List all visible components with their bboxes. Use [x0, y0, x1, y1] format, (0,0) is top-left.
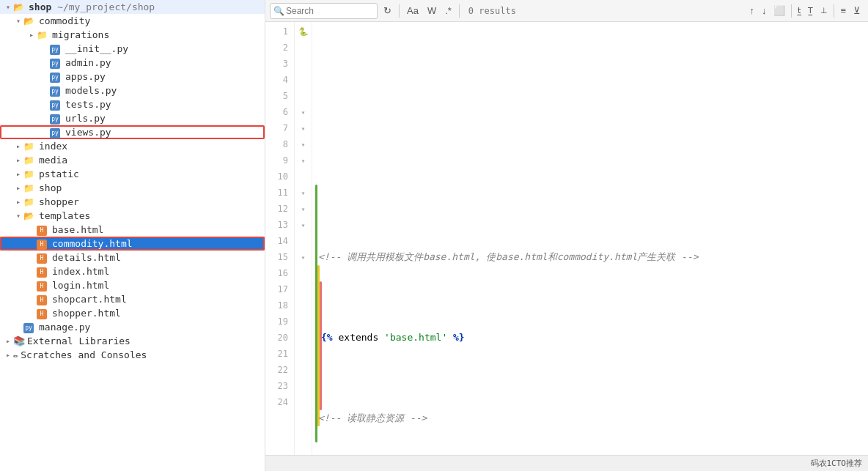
- next-result-btn[interactable]: ↓: [759, 4, 770, 18]
- code-area[interactable]: 1 2 3 4 5 6 7 8 9 10 11 12 13 14 15 16 1…: [265, 22, 868, 455]
- sidebar-item-urls[interactable]: py urls.py: [0, 111, 265, 125]
- gutter-10: [295, 168, 312, 185]
- sidebar-item-models[interactable]: py models.py: [0, 84, 265, 97]
- sidebar-item-media[interactable]: media: [0, 153, 265, 167]
- sidebar-item-shopcart-html[interactable]: H shopcart.html: [0, 292, 265, 306]
- pstatic-label: pstatic: [39, 168, 79, 179]
- media-icon: [23, 155, 37, 166]
- root-arrow: [3, 3, 13, 11]
- open-in-window-btn[interactable]: ⬜: [770, 4, 788, 18]
- fold-15[interactable]: ▾: [301, 253, 305, 262]
- shopcart-html-icon: H: [37, 294, 50, 305]
- migrations-icon: [37, 30, 50, 40]
- sidebar-item-apps[interactable]: py apps.py: [0, 70, 265, 84]
- filter-btn[interactable]: ⊻: [850, 4, 864, 18]
- index-html-label: index.html: [52, 266, 109, 277]
- code-gutter: 🐍 ▾ ▾ ▾ ▾ ▾ ▾ ▾ ▾: [295, 22, 312, 455]
- sidebar-item-ext-lib[interactable]: 📚 External Libraries: [0, 334, 265, 348]
- gutter-17: [295, 281, 312, 297]
- fold-9[interactable]: ▾: [301, 157, 305, 165]
- sidebar-item-pstatic[interactable]: pstatic: [0, 167, 265, 181]
- commodity-label: commodity: [39, 15, 90, 26]
- fold-6[interactable]: ▾: [301, 108, 305, 116]
- sidebar-item-details-html[interactable]: H details.html: [0, 251, 265, 264]
- word-btn[interactable]: W: [424, 4, 439, 18]
- gutter-23: [295, 378, 312, 394]
- index-icon: [23, 141, 37, 152]
- toolbar-sep-3: [791, 4, 792, 18]
- sidebar-item-views[interactable]: py views.py: [0, 125, 265, 139]
- shopper-label: shopper: [39, 196, 79, 207]
- sidebar-item-shopper-html[interactable]: H shopper.html: [0, 306, 265, 320]
- sidebar-item-shop[interactable]: shop: [0, 181, 265, 195]
- sidebar-item-init[interactable]: py __init__.py: [0, 42, 265, 56]
- root-folder[interactable]: shop ~/my_project/shop: [0, 0, 265, 14]
- gutter-1: 🐍: [295, 23, 312, 40]
- tests-icon: py: [50, 100, 63, 110]
- models-label: models.py: [65, 85, 117, 96]
- search-box[interactable]: 🔍: [270, 3, 378, 19]
- layout-btn[interactable]: ≡: [837, 4, 849, 18]
- refresh-button[interactable]: ↻: [380, 4, 394, 18]
- gutter-13: ▾: [295, 217, 312, 233]
- statusbar-text: 码农1CTO推荐: [811, 458, 863, 469]
- line-numbers: 1 2 3 4 5 6 7 8 9 10 11 12 13 14 15 16 1…: [265, 22, 295, 455]
- fold-7[interactable]: ▾: [301, 125, 305, 133]
- gutter-11: ▾: [295, 185, 312, 201]
- scratches-icon: ✏️: [13, 350, 18, 360]
- sidebar-item-manage[interactable]: py manage.py: [0, 320, 265, 334]
- login-html-icon: H: [37, 281, 50, 291]
- base-html-icon: H: [37, 225, 50, 235]
- gutter-9: ▾: [295, 152, 312, 168]
- index-html-icon: H: [37, 267, 50, 277]
- sidebar-item-login-html[interactable]: H login.html: [0, 278, 265, 292]
- sidebar-item-shopper[interactable]: shopper: [0, 195, 265, 209]
- sidebar-item-migrations[interactable]: migrations: [0, 28, 265, 42]
- ext-lib-label: External Libraries: [27, 335, 130, 346]
- sidebar-item-commodity[interactable]: commodity: [0, 14, 265, 28]
- base-html-label: base.html: [52, 224, 103, 235]
- toolbar-sep-4: [834, 4, 834, 18]
- shop-icon: [23, 183, 37, 193]
- code-content[interactable]: <!-- 调用共用模板文件base.html, 使base.html和commo…: [312, 22, 868, 455]
- sidebar-item-tests[interactable]: py tests.py: [0, 97, 265, 111]
- gutter-21: [295, 346, 312, 362]
- search-input[interactable]: [286, 6, 374, 16]
- sidebar-item-admin[interactable]: py admin.py: [0, 56, 265, 70]
- match-word-btn[interactable]: T̲: [805, 4, 816, 17]
- templates-arrow: [13, 212, 23, 220]
- ext-lib-icon: 📚: [13, 335, 25, 346]
- prev-result-btn[interactable]: ↑: [746, 4, 757, 18]
- regex-btn[interactable]: .*: [442, 4, 455, 18]
- scratches-arrow: [3, 351, 13, 359]
- shopper-arrow: [13, 198, 23, 206]
- manage-label: manage.py: [39, 322, 90, 333]
- index-label: index: [39, 141, 67, 152]
- match-case-btn[interactable]: t̲: [795, 4, 803, 17]
- sidebar-item-templates[interactable]: templates: [0, 209, 265, 223]
- toolbar-sep-1: [399, 4, 400, 18]
- fold-11[interactable]: ▾: [301, 189, 305, 197]
- sidebar-item-index-html[interactable]: H index.html: [0, 264, 265, 278]
- gutter-22: [295, 362, 312, 378]
- templates-label: templates: [39, 210, 90, 221]
- commodity-html-label: commodity.html: [52, 238, 133, 249]
- sidebar-item-commodity-html[interactable]: H commodity.html: [0, 237, 265, 251]
- match-regex-btn[interactable]: ⊥: [817, 4, 831, 17]
- sidebar-item-scratches[interactable]: ✏️ Scratches and Consoles: [0, 348, 265, 362]
- sidebar-item-base-html[interactable]: H base.html: [0, 223, 265, 237]
- urls-label: urls.py: [65, 113, 106, 124]
- fold-13[interactable]: ▾: [301, 221, 305, 229]
- gutter-8: ▾: [295, 136, 312, 152]
- sidebar-item-index[interactable]: index: [0, 139, 265, 153]
- file-tree[interactable]: shop ~/my_project/shop commodity migrati…: [0, 0, 265, 471]
- fold-12[interactable]: ▾: [301, 205, 305, 213]
- gutter-6: ▾: [295, 104, 312, 120]
- index-arrow: [13, 142, 23, 150]
- case-btn[interactable]: Aa: [404, 4, 422, 18]
- gutter-19: [295, 314, 312, 330]
- login-html-label: login.html: [52, 280, 109, 291]
- commodity-folder-icon: [23, 16, 37, 26]
- fold-8[interactable]: ▾: [301, 141, 305, 149]
- apps-icon: py: [50, 72, 63, 82]
